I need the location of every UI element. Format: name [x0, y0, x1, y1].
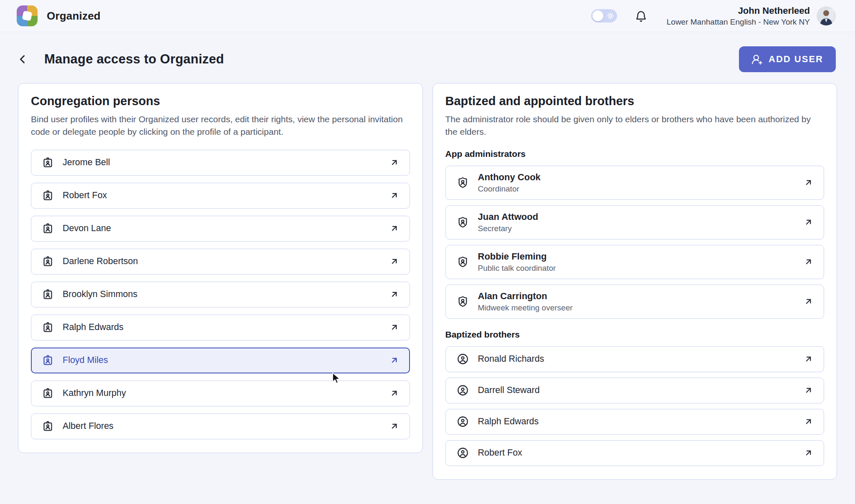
shield-user-icon — [457, 295, 469, 307]
person-row-selected[interactable]: Floyd Miles — [31, 348, 410, 373]
notifications-button[interactable] — [635, 10, 648, 23]
person-row[interactable]: Kathryn Murphy — [31, 381, 410, 406]
add-user-label: ADD USER — [769, 54, 823, 65]
app-name: Organized — [47, 10, 101, 23]
appointed-brothers-panel: Baptized and appointed brothers The admi… — [433, 83, 837, 480]
person-row[interactable]: Jerome Bell — [31, 150, 410, 176]
baptized-brothers-label: Baptized brothers — [445, 330, 825, 340]
contact-card-icon — [42, 256, 53, 267]
person-name: Floyd Miles — [63, 355, 108, 365]
brother-name: Ronald Richards — [478, 354, 544, 364]
admin-row[interactable]: Juan Attwood Secretary — [445, 205, 825, 239]
admin-row[interactable]: Robbie Fleming Public talk coordinator — [445, 245, 825, 279]
contact-card-icon — [42, 355, 53, 366]
app-header: Organized John Netherleed Lower Manhatta… — [0, 0, 855, 32]
app-administrators-label: App administrators — [445, 149, 825, 159]
panel-title: Congregation persons — [31, 94, 410, 108]
panel-description: Bind user profiles with their Organized … — [31, 113, 410, 138]
admin-row[interactable]: Anthony Cook Coordinator — [445, 166, 825, 200]
brother-row[interactable]: Ronald Richards — [445, 346, 825, 372]
admin-row[interactable]: Alan Carrington Midweek meeting overseer — [445, 285, 825, 319]
brother-row[interactable]: Ralph Edwards — [445, 409, 825, 435]
arrow-up-right-icon — [389, 256, 400, 267]
page-title: Manage access to Organized — [44, 52, 224, 67]
arrow-up-right-icon — [803, 296, 814, 307]
theme-toggle[interactable] — [591, 9, 617, 23]
back-button[interactable] — [17, 53, 28, 65]
person-name: Ralph Edwards — [63, 322, 124, 333]
content: Congregation persons Bind user profiles … — [0, 83, 855, 480]
congregation-persons-panel: Congregation persons Bind user profiles … — [18, 83, 423, 453]
logo-link[interactable]: Organized — [17, 5, 101, 26]
contact-card-icon — [42, 421, 53, 432]
brother-row[interactable]: Darrell Steward — [445, 378, 825, 403]
arrow-up-right-icon — [803, 354, 814, 364]
contact-card-icon — [42, 289, 53, 300]
shield-user-icon — [457, 216, 469, 228]
arrow-up-right-icon — [389, 421, 400, 431]
person-row[interactable]: Robert Fox — [31, 183, 410, 209]
chevron-left-icon — [17, 53, 28, 65]
bell-icon — [635, 10, 648, 23]
brother-name: Darrell Steward — [478, 385, 540, 396]
arrow-up-right-icon — [389, 355, 400, 365]
shield-user-icon — [457, 176, 469, 189]
person-row[interactable]: Brooklyn Simmons — [31, 282, 410, 307]
arrow-up-right-icon — [803, 177, 814, 188]
person-name: Jerome Bell — [63, 157, 110, 168]
contact-card-icon — [42, 190, 53, 201]
brother-row[interactable]: Robert Fox — [445, 440, 825, 466]
arrow-up-right-icon — [389, 157, 400, 168]
contact-card-icon — [42, 388, 53, 399]
arrow-up-right-icon — [389, 322, 400, 333]
person-name: Kathryn Murphy — [63, 388, 126, 398]
admins-list: Anthony Cook Coordinator Juan Attwood Se… — [445, 166, 825, 319]
person-row[interactable]: Devon Lane — [31, 216, 410, 242]
person-row[interactable]: Ralph Edwards — [31, 315, 410, 340]
user-congregation: Lower Manhattan English - New York NY — [667, 18, 810, 27]
panel-title: Baptized and appointed brothers — [445, 94, 825, 108]
admin-name: Anthony Cook — [478, 172, 541, 183]
arrow-up-right-icon — [803, 448, 814, 458]
arrow-up-right-icon — [803, 257, 814, 267]
admin-name: Juan Attwood — [478, 212, 539, 222]
arrow-up-right-icon — [389, 223, 400, 234]
person-name: Darlene Robertson — [63, 256, 138, 267]
brother-name: Ralph Edwards — [478, 416, 539, 427]
sun-icon — [607, 12, 614, 20]
organized-logo-icon — [17, 5, 38, 26]
circle-user-icon — [457, 447, 469, 459]
arrow-up-right-icon — [803, 385, 814, 396]
arrow-up-right-icon — [803, 217, 814, 227]
admin-role: Secretary — [478, 224, 539, 233]
person-row[interactable]: Albert Flores — [31, 413, 410, 439]
contact-card-icon — [42, 223, 53, 234]
admin-name: Alan Carrington — [478, 291, 573, 302]
admin-role: Coordinator — [478, 184, 541, 194]
admin-role: Public talk coordinator — [478, 264, 556, 273]
person-name: Robert Fox — [63, 190, 107, 201]
user-menu[interactable]: John Netherleed Lower Manhattan English … — [667, 5, 810, 27]
toggle-knob — [592, 10, 603, 21]
person-row[interactable]: Darlene Robertson — [31, 249, 410, 275]
contact-card-icon — [42, 157, 53, 168]
user-name: John Netherleed — [667, 5, 810, 16]
brothers-list: Ronald Richards Darrell Steward Ralph Ed… — [445, 346, 825, 466]
person-name: Albert Flores — [63, 421, 114, 431]
person-name: Brooklyn Simmons — [63, 289, 137, 300]
admin-name: Robbie Fleming — [478, 251, 556, 262]
circle-user-icon — [457, 384, 469, 396]
shield-user-icon — [457, 256, 469, 268]
avatar[interactable] — [817, 6, 836, 25]
user-plus-icon — [751, 54, 763, 65]
arrow-up-right-icon — [389, 190, 400, 201]
admin-role: Midweek meeting overseer — [478, 303, 573, 312]
circle-user-icon — [457, 353, 469, 365]
contact-card-icon — [42, 322, 53, 333]
person-name: Devon Lane — [63, 223, 111, 234]
circle-user-icon — [457, 416, 469, 428]
arrow-up-right-icon — [389, 289, 400, 300]
persons-list: Jerome Bell Robert Fox Devon Lane Darlen… — [31, 150, 410, 439]
arrow-up-right-icon — [803, 416, 814, 427]
add-user-button[interactable]: ADD USER — [739, 46, 836, 72]
